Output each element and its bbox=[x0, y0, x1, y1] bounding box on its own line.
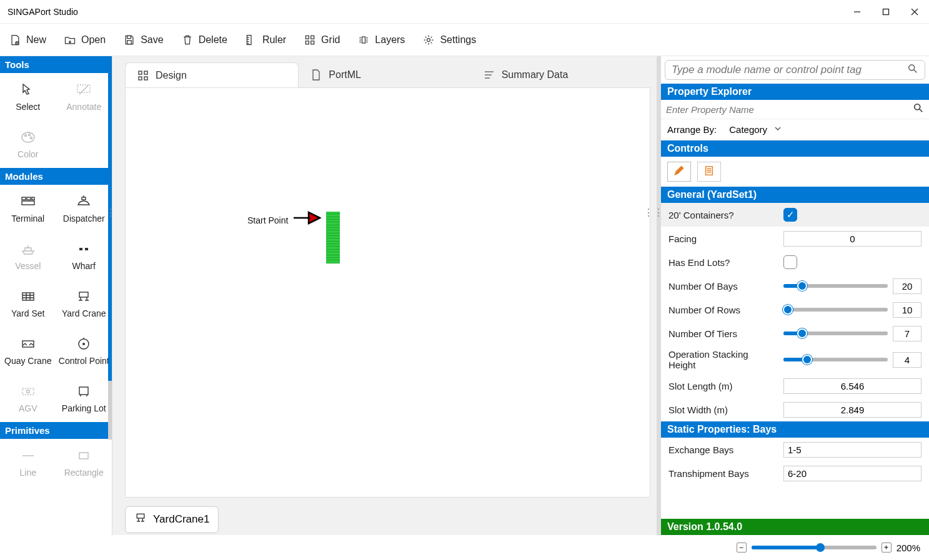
num-rows-slider[interactable] bbox=[783, 308, 888, 312]
svg-rect-9 bbox=[311, 36, 314, 39]
terminal-module[interactable]: Terminal bbox=[0, 185, 56, 232]
delete-label: Delete bbox=[199, 34, 227, 46]
has-end-lots-checkbox[interactable] bbox=[783, 255, 797, 269]
close-button[interactable] bbox=[900, 0, 929, 24]
start-point-label: Start Point bbox=[247, 215, 288, 225]
controlpoint-module[interactable]: Control Point bbox=[56, 327, 112, 375]
zoom-out-button[interactable]: − bbox=[737, 543, 747, 553]
left-scrollbar[interactable] bbox=[108, 56, 112, 440]
num-tiers-input[interactable] bbox=[893, 326, 922, 341]
save-label: Save bbox=[141, 34, 163, 46]
svg-point-18 bbox=[30, 137, 32, 139]
exchange-bays-input[interactable] bbox=[783, 442, 922, 458]
vessel-module[interactable]: Vessel bbox=[0, 232, 56, 280]
new-icon bbox=[9, 34, 21, 46]
num-rows-input[interactable] bbox=[893, 302, 922, 318]
selected-object-chip[interactable]: YardCrane1 bbox=[125, 506, 219, 533]
rectangle-primitive[interactable]: Rectangle bbox=[56, 439, 112, 486]
num-bays-slider[interactable] bbox=[783, 284, 888, 288]
settings-button[interactable]: Settings bbox=[422, 34, 476, 46]
grid-button[interactable]: Grid bbox=[304, 34, 340, 46]
quaycrane-module[interactable]: Quay Crane bbox=[0, 327, 56, 375]
static-bays-header: Static Properties: Bays bbox=[661, 421, 929, 438]
svg-rect-32 bbox=[27, 390, 29, 393]
annotate-tool[interactable]: Annotate bbox=[56, 73, 112, 120]
op-stack-input[interactable] bbox=[893, 352, 922, 368]
svg-point-30 bbox=[82, 343, 85, 345]
op-stack-slider[interactable] bbox=[783, 358, 888, 361]
svg-rect-25 bbox=[85, 248, 88, 250]
svg-rect-11 bbox=[311, 41, 314, 44]
prop-slot-length: Slot Length (m) bbox=[661, 374, 929, 398]
line-icon bbox=[19, 448, 37, 464]
open-label: Open bbox=[81, 34, 106, 46]
search-icon[interactable] bbox=[907, 63, 918, 77]
svg-rect-10 bbox=[306, 41, 309, 44]
zoom-in-button[interactable]: + bbox=[882, 543, 892, 553]
save-button[interactable]: Save bbox=[123, 34, 163, 46]
yardcrane-module[interactable]: Yard Crane bbox=[56, 280, 112, 327]
open-icon bbox=[64, 34, 76, 46]
slot-length-input[interactable] bbox=[783, 378, 922, 394]
new-label: New bbox=[26, 34, 46, 46]
num-tiers-slider[interactable] bbox=[783, 332, 888, 335]
num-bays-input[interactable] bbox=[893, 278, 922, 294]
zoom-slider[interactable] bbox=[752, 546, 877, 549]
prop-num-bays: Number Of Bays bbox=[661, 274, 929, 298]
parkinglot-module[interactable]: Parking Lot bbox=[56, 375, 112, 422]
layers-label: Layers bbox=[375, 34, 405, 46]
clipboard-icon bbox=[703, 165, 715, 179]
arrange-by-select[interactable]: Category bbox=[723, 123, 788, 136]
wharf-module[interactable]: Wharf bbox=[56, 232, 112, 280]
open-button[interactable]: Open bbox=[64, 34, 106, 46]
module-search-input[interactable] bbox=[672, 64, 907, 76]
prop-num-rows: Number Of Rows bbox=[661, 298, 929, 322]
right-splitter[interactable]: ⋮⋮ bbox=[650, 187, 657, 237]
cursor-icon bbox=[19, 82, 37, 98]
facing-input[interactable] bbox=[783, 231, 922, 247]
design-canvas[interactable]: Start Point bbox=[125, 87, 650, 498]
tools-section-header: Tools bbox=[0, 56, 112, 73]
minimize-button[interactable] bbox=[843, 0, 872, 24]
svg-point-15 bbox=[22, 132, 34, 142]
slot-width-input[interactable] bbox=[783, 402, 922, 418]
line-primitive[interactable]: Line bbox=[0, 439, 56, 486]
tab-summary[interactable]: Summary Data bbox=[472, 62, 644, 87]
transhipment-bays-input[interactable] bbox=[783, 466, 922, 481]
dispatcher-module[interactable]: Dispatcher bbox=[56, 185, 112, 232]
color-tool[interactable]: Color bbox=[0, 120, 56, 168]
yardset-module[interactable]: Yard Set bbox=[0, 280, 56, 327]
prop-exchange-bays: Exchange Bays bbox=[661, 438, 929, 461]
ruler-button[interactable]: Ruler bbox=[245, 34, 286, 46]
svg-rect-19 bbox=[22, 197, 26, 200]
grid-label: Grid bbox=[321, 34, 340, 46]
tab-design[interactable]: Design bbox=[125, 62, 299, 87]
prop-op-stack-height: Operation Stacking Height bbox=[661, 345, 929, 374]
edit-control-button[interactable] bbox=[667, 162, 691, 182]
canvas-footer: YardCrane1 bbox=[112, 504, 657, 535]
design-tabs: Design PortML Summary Data bbox=[112, 56, 657, 87]
arrange-by-label: Arrange By: bbox=[667, 124, 717, 135]
chevron-down-icon bbox=[773, 124, 782, 135]
annotate-icon bbox=[74, 82, 93, 98]
twenty-ft-checkbox[interactable]: ✓ bbox=[783, 208, 797, 222]
new-button[interactable]: New bbox=[9, 34, 46, 46]
yardset-icon bbox=[19, 288, 37, 305]
modules-section-header: Modules bbox=[0, 168, 112, 185]
agv-module[interactable]: AGV bbox=[0, 375, 56, 422]
svg-rect-27 bbox=[79, 292, 88, 297]
property-search-input[interactable] bbox=[666, 104, 909, 115]
svg-rect-39 bbox=[144, 77, 147, 80]
notes-control-button[interactable] bbox=[697, 162, 721, 182]
search-icon[interactable] bbox=[913, 102, 924, 116]
maximize-button[interactable] bbox=[872, 0, 900, 24]
yardcrane-icon bbox=[74, 288, 93, 305]
property-explorer-header: Property Explorer bbox=[661, 84, 929, 100]
tab-portml[interactable]: PortML bbox=[299, 62, 471, 87]
delete-button[interactable]: Delete bbox=[181, 34, 227, 46]
palette-icon bbox=[19, 129, 37, 145]
status-bar: − + 200% bbox=[0, 535, 929, 560]
yardset-block[interactable] bbox=[326, 212, 340, 263]
select-tool[interactable]: Select bbox=[0, 73, 56, 120]
layers-button[interactable]: Layers bbox=[357, 34, 405, 46]
